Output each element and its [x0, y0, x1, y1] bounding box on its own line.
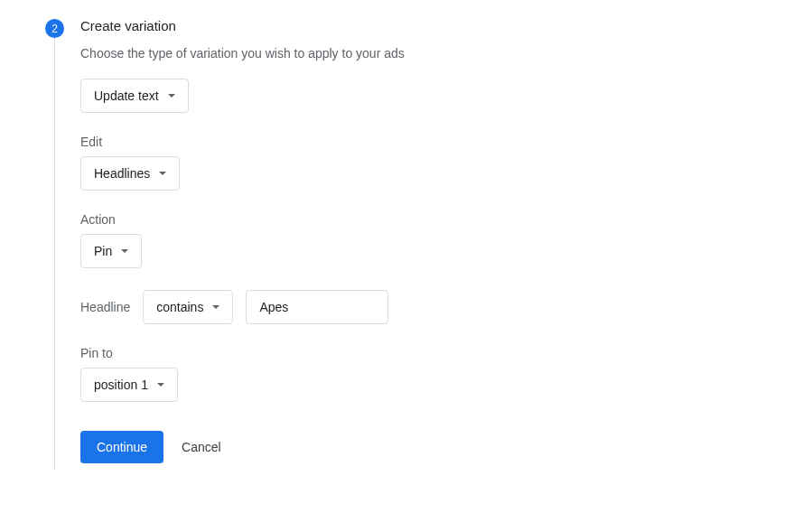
continue-button[interactable]: Continue — [80, 431, 163, 463]
pin-to-dropdown[interactable]: position 1 — [80, 368, 178, 402]
action-value: Pin — [94, 244, 112, 258]
chevron-down-icon — [168, 94, 175, 98]
action-dropdown[interactable]: Pin — [80, 234, 142, 268]
variation-type-dropdown[interactable]: Update text — [80, 79, 189, 113]
step-number-badge: 2 — [45, 19, 64, 38]
chevron-down-icon — [212, 305, 219, 309]
chevron-down-icon — [157, 383, 164, 387]
chevron-down-icon — [159, 172, 166, 175]
chevron-down-icon — [121, 249, 128, 253]
action-label: Action — [80, 212, 812, 227]
step-title: Create variation — [80, 18, 812, 33]
cancel-button[interactable]: Cancel — [182, 440, 221, 454]
headline-text-input[interactable] — [246, 290, 388, 324]
pin-to-value: position 1 — [94, 378, 148, 392]
edit-value: Headlines — [94, 166, 150, 181]
headline-operator-value: contains — [156, 300, 203, 314]
pin-to-label: Pin to — [80, 346, 812, 360]
headline-label: Headline — [80, 300, 130, 314]
step-description: Choose the type of variation you wish to… — [80, 46, 812, 61]
headline-operator-dropdown[interactable]: contains — [143, 290, 233, 324]
variation-type-value: Update text — [94, 89, 159, 103]
edit-dropdown[interactable]: Headlines — [80, 156, 180, 191]
edit-label: Edit — [80, 135, 812, 149]
